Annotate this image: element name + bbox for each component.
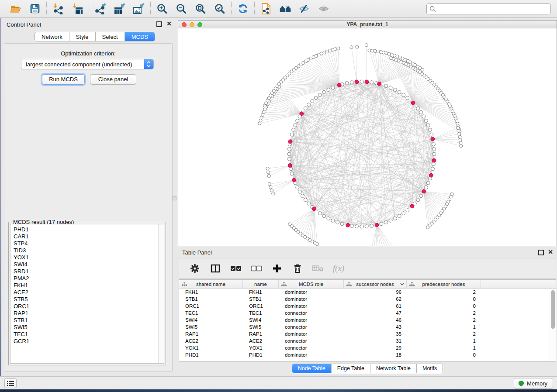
export-image-button[interactable]: [133, 3, 145, 15]
mcds-result-item[interactable]: STB1: [14, 317, 164, 324]
mcds-node: [288, 164, 292, 168]
table-row[interactable]: PHD1PHD1dominator180: [179, 351, 556, 358]
tab-style[interactable]: Style: [69, 32, 95, 41]
network-node: [432, 162, 435, 166]
table-scrollbar-thumb[interactable]: [551, 290, 555, 329]
mcds-result-item[interactable]: SWI4: [14, 261, 164, 268]
mcds-result-item[interactable]: SWI5: [14, 324, 164, 331]
column-header-successor-nodes[interactable]: successor nodes: [344, 280, 407, 288]
mcds-result-item[interactable]: STP4: [14, 240, 164, 247]
close-table-panel-icon[interactable]: ✕: [548, 249, 553, 255]
mcds-result-item[interactable]: YOX1: [14, 254, 164, 261]
network-node: [287, 148, 291, 151]
table-row[interactable]: FKH1FKH1dominator962: [179, 289, 556, 296]
close-panel-button[interactable]: Close panel: [90, 74, 136, 85]
first-neighbors-button[interactable]: [279, 3, 291, 15]
import-network-button[interactable]: [52, 3, 64, 15]
float-table-panel-icon[interactable]: [538, 250, 544, 255]
mcds-result-item[interactable]: PHD1: [14, 226, 164, 233]
memory-button[interactable]: Memory: [514, 378, 553, 389]
table-row[interactable]: RAP1RAP1dominator352: [179, 330, 556, 337]
zoom-out-button[interactable]: [175, 3, 187, 15]
create-column-button[interactable]: [271, 262, 283, 275]
table-scrollbar[interactable]: [550, 289, 555, 361]
network-node: [389, 86, 392, 89]
network-nodes[interactable]: [258, 44, 463, 246]
export-table-button[interactable]: [114, 3, 126, 15]
mcds-result-item[interactable]: TEC1: [14, 331, 164, 338]
mcds-result-item[interactable]: GCR1: [14, 338, 164, 345]
delete-column-button[interactable]: [291, 262, 304, 275]
tab-mcds[interactable]: MCDS: [125, 32, 155, 41]
network-node: [456, 126, 459, 129]
select-all-button[interactable]: [230, 262, 242, 275]
tab-select[interactable]: Select: [95, 32, 125, 41]
network-node: [331, 86, 335, 89]
network-view[interactable]: [178, 28, 557, 246]
table-row[interactable]: YOX1YOX1connector291: [179, 344, 556, 351]
network-canvas[interactable]: [178, 28, 557, 246]
mcds-result-item[interactable]: PMA2: [14, 275, 164, 282]
search-field[interactable]: [426, 3, 551, 14]
table-row[interactable]: STB1STB1dominator620: [179, 296, 556, 303]
network-node: [294, 124, 297, 127]
main-area: Control Panel ✕ NetworkStyleSelectMCDS O…: [0, 18, 557, 376]
mcds-result-item[interactable]: FKH1: [14, 282, 164, 289]
zoom-in-icon: [156, 3, 168, 14]
network-node: [327, 217, 330, 220]
table-row[interactable]: ACE2ACE2connector311: [179, 337, 556, 344]
mcds-result-item[interactable]: ACE2: [14, 289, 164, 296]
delete-table-button[interactable]: [312, 262, 324, 275]
save-session-button[interactable]: [29, 3, 41, 15]
table-row[interactable]: SWI5SWI5connector431: [179, 323, 556, 330]
task-history-button[interactable]: [4, 378, 17, 388]
import-table-button[interactable]: [71, 3, 83, 15]
table-row[interactable]: SWI4SWI4dominator462: [179, 316, 556, 323]
show-all-button[interactable]: [318, 3, 330, 15]
table-cell: 2: [407, 317, 481, 323]
run-mcds-button[interactable]: Run MCDS: [42, 74, 85, 85]
function-builder-button[interactable]: f(x): [332, 262, 345, 275]
table-cell: 43: [344, 324, 407, 330]
close-panel-icon[interactable]: ✕: [166, 21, 172, 27]
table-settings-button[interactable]: [189, 262, 201, 275]
table-row[interactable]: ORC1ORC1dominator610: [179, 303, 556, 309]
network-window-titlebar[interactable]: YPA_prune.txt_1: [178, 21, 557, 28]
table-tab-network-table[interactable]: Network Table: [370, 364, 416, 373]
mcds-result-item[interactable]: SRD1: [14, 268, 164, 275]
main-toolbar: [0, 0, 557, 18]
network-from-selection-button[interactable]: [260, 3, 272, 15]
float-panel-icon[interactable]: [156, 21, 162, 27]
columns-icon: [210, 264, 221, 273]
export-network-button[interactable]: [94, 3, 107, 15]
mcds-list-scrollbar[interactable]: [158, 224, 164, 363]
column-header-shared-name[interactable]: shared name: [179, 280, 243, 288]
zoom-selected-button[interactable]: [214, 3, 226, 15]
mcds-result-item[interactable]: TID3: [14, 247, 164, 254]
mcds-result-item[interactable]: RAP1: [14, 310, 164, 317]
deselect-all-button[interactable]: [250, 262, 263, 275]
splitter-grip[interactable]: [173, 196, 176, 200]
mcds-result-item[interactable]: ORC1: [14, 303, 164, 310]
open-session-button[interactable]: [10, 3, 22, 15]
hide-selected-button[interactable]: [298, 3, 311, 15]
tab-network[interactable]: Network: [35, 32, 69, 41]
column-header-name[interactable]: name: [243, 280, 279, 288]
column-header-predecessor-nodes[interactable]: predecessor nodes: [407, 280, 481, 288]
table-tab-node-table[interactable]: Node Table: [292, 364, 331, 373]
zoom-in-button[interactable]: [156, 3, 168, 15]
refresh-layout-button[interactable]: [237, 3, 249, 15]
search-input[interactable]: [436, 6, 548, 12]
show-columns-button[interactable]: [209, 262, 221, 275]
table-tab-motifs[interactable]: Motifs: [416, 364, 443, 373]
mcds-result-item[interactable]: CAR1: [14, 233, 164, 240]
optimization-criterion-select[interactable]: largest connected component (undirected): [21, 59, 154, 69]
network-node: [422, 115, 426, 118]
column-header-MCDS-role[interactable]: MCDS role: [279, 280, 344, 288]
zoom-fit-button[interactable]: [194, 3, 207, 15]
table-tab-edge-table[interactable]: Edge Table: [331, 364, 370, 373]
table-row[interactable]: TEC1TEC1connector472: [179, 309, 556, 316]
network-node: [311, 100, 314, 103]
mcds-result-item[interactable]: STB5: [14, 296, 164, 303]
mcds-result-list[interactable]: PHD1CAR1STP4TID3YOX1SWI4SRD1PMA2FKH1ACE2…: [10, 224, 164, 364]
